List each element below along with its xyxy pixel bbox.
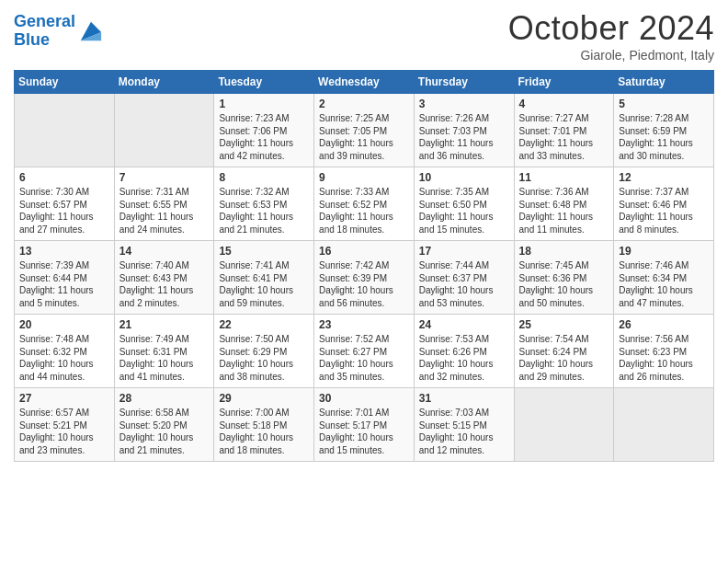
day-number: 21 <box>119 318 210 331</box>
sunset-text: Sunset: 6:59 PM <box>619 125 709 138</box>
sunset-text: Sunset: 7:03 PM <box>419 125 509 138</box>
calendar-cell: 29 Sunrise: 7:00 AM Sunset: 5:18 PM Dayl… <box>214 388 314 462</box>
day-number: 2 <box>319 98 409 110</box>
daylight-text: Daylight: 10 hours and 41 minutes. <box>119 358 210 383</box>
sunrise-text: Sunrise: 6:57 AM <box>19 407 109 419</box>
sunrise-text: Sunrise: 7:52 AM <box>319 333 409 346</box>
calendar-cell: 1 Sunrise: 7:23 AM Sunset: 7:06 PM Dayli… <box>214 94 314 167</box>
daylight-text: Daylight: 11 hours and 5 minutes. <box>19 284 109 309</box>
sunrise-text: Sunrise: 7:46 AM <box>619 259 709 272</box>
sunrise-text: Sunrise: 7:32 AM <box>219 186 309 199</box>
daylight-text: Daylight: 11 hours and 36 minutes. <box>419 137 509 162</box>
calendar-cell: 26 Sunrise: 7:56 AM Sunset: 6:23 PM Dayl… <box>614 315 714 388</box>
sunrise-text: Sunrise: 7:49 AM <box>119 333 210 346</box>
daylight-text: Daylight: 11 hours and 15 minutes. <box>419 211 509 236</box>
daylight-text: Daylight: 10 hours and 47 minutes. <box>619 284 709 309</box>
calendar-cell: 17 Sunrise: 7:44 AM Sunset: 6:37 PM Dayl… <box>414 241 514 315</box>
day-number: 17 <box>419 245 509 258</box>
sunrise-text: Sunrise: 7:33 AM <box>319 186 409 199</box>
day-number: 22 <box>219 318 309 331</box>
calendar-cell: 31 Sunrise: 7:03 AM Sunset: 5:15 PM Dayl… <box>414 388 514 462</box>
day-number: 11 <box>519 171 609 184</box>
col-header-saturday: Saturday <box>614 71 714 94</box>
title-area: October 2024 Giarole, Piedmont, Italy <box>508 9 714 63</box>
daylight-text: Daylight: 10 hours and 38 minutes. <box>219 358 309 383</box>
calendar-cell: 3 Sunrise: 7:26 AM Sunset: 7:03 PM Dayli… <box>414 94 514 167</box>
sunrise-text: Sunrise: 7:45 AM <box>519 259 609 272</box>
calendar-cell <box>15 94 115 167</box>
daylight-text: Daylight: 11 hours and 18 minutes. <box>319 211 409 236</box>
sunset-text: Sunset: 5:21 PM <box>19 419 109 432</box>
sunset-text: Sunset: 5:15 PM <box>419 419 509 432</box>
calendar-cell: 10 Sunrise: 7:35 AM Sunset: 6:50 PM Dayl… <box>414 167 514 241</box>
day-number: 26 <box>619 318 709 331</box>
sunset-text: Sunset: 6:57 PM <box>19 199 109 212</box>
sunset-text: Sunset: 6:39 PM <box>319 272 409 285</box>
sunset-text: Sunset: 6:29 PM <box>219 346 309 359</box>
calendar-cell: 12 Sunrise: 7:37 AM Sunset: 6:46 PM Dayl… <box>614 167 714 241</box>
sunset-text: Sunset: 6:43 PM <box>119 272 210 285</box>
daylight-text: Daylight: 11 hours and 8 minutes. <box>619 211 709 236</box>
daylight-text: Daylight: 10 hours and 26 minutes. <box>619 358 709 383</box>
daylight-text: Daylight: 10 hours and 18 minutes. <box>219 431 309 456</box>
sunrise-text: Sunrise: 7:39 AM <box>19 259 109 272</box>
sunrise-text: Sunrise: 7:31 AM <box>119 186 210 199</box>
sunset-text: Sunset: 6:52 PM <box>319 199 409 212</box>
daylight-text: Daylight: 11 hours and 24 minutes. <box>119 211 210 236</box>
calendar-cell: 9 Sunrise: 7:33 AM Sunset: 6:52 PM Dayli… <box>314 167 415 241</box>
sunset-text: Sunset: 6:32 PM <box>19 346 109 359</box>
sunrise-text: Sunrise: 7:03 AM <box>419 407 509 419</box>
day-number: 15 <box>219 245 309 258</box>
sunset-text: Sunset: 6:53 PM <box>219 199 309 212</box>
sunrise-text: Sunrise: 7:23 AM <box>219 112 309 125</box>
day-number: 31 <box>419 392 509 405</box>
sunset-text: Sunset: 6:24 PM <box>519 346 609 359</box>
calendar-cell: 15 Sunrise: 7:41 AM Sunset: 6:41 PM Dayl… <box>214 241 314 315</box>
day-number: 16 <box>319 245 409 258</box>
day-number: 18 <box>519 245 609 258</box>
daylight-text: Daylight: 10 hours and 44 minutes. <box>19 358 109 383</box>
sunset-text: Sunset: 5:18 PM <box>219 419 309 432</box>
sunrise-text: Sunrise: 7:28 AM <box>619 112 709 125</box>
sunset-text: Sunset: 6:23 PM <box>619 346 709 359</box>
daylight-text: Daylight: 10 hours and 53 minutes. <box>419 284 509 309</box>
location-subtitle: Giarole, Piedmont, Italy <box>508 48 714 63</box>
day-number: 10 <box>419 171 509 184</box>
daylight-text: Daylight: 10 hours and 32 minutes. <box>419 358 509 383</box>
calendar-cell: 8 Sunrise: 7:32 AM Sunset: 6:53 PM Dayli… <box>214 167 314 241</box>
calendar-cell: 30 Sunrise: 7:01 AM Sunset: 5:17 PM Dayl… <box>314 388 415 462</box>
day-number: 20 <box>19 318 109 331</box>
calendar-cell: 25 Sunrise: 7:54 AM Sunset: 6:24 PM Dayl… <box>514 315 614 388</box>
sunrise-text: Sunrise: 7:01 AM <box>319 407 409 419</box>
sunset-text: Sunset: 6:37 PM <box>419 272 509 285</box>
sunrise-text: Sunrise: 7:54 AM <box>519 333 609 346</box>
col-header-wednesday: Wednesday <box>314 71 415 94</box>
daylight-text: Daylight: 11 hours and 27 minutes. <box>19 211 109 236</box>
month-title: October 2024 <box>508 9 714 48</box>
sunset-text: Sunset: 6:31 PM <box>119 346 210 359</box>
sunset-text: Sunset: 7:01 PM <box>519 125 609 138</box>
sunset-text: Sunset: 6:34 PM <box>619 272 709 285</box>
calendar-cell: 14 Sunrise: 7:40 AM Sunset: 6:43 PM Dayl… <box>114 241 214 315</box>
sunrise-text: Sunrise: 7:26 AM <box>419 112 509 125</box>
sunrise-text: Sunrise: 7:50 AM <box>219 333 309 346</box>
day-number: 4 <box>519 98 609 110</box>
daylight-text: Daylight: 10 hours and 35 minutes. <box>319 358 409 383</box>
calendar-table: SundayMondayTuesdayWednesdayThursdayFrid… <box>14 70 714 462</box>
sunrise-text: Sunrise: 7:44 AM <box>419 259 509 272</box>
day-number: 27 <box>19 392 109 405</box>
col-header-friday: Friday <box>514 71 614 94</box>
sunrise-text: Sunrise: 7:41 AM <box>219 259 309 272</box>
daylight-text: Daylight: 10 hours and 15 minutes. <box>319 431 409 456</box>
sunset-text: Sunset: 7:05 PM <box>319 125 409 138</box>
sunset-text: Sunset: 6:50 PM <box>419 199 509 212</box>
daylight-text: Daylight: 11 hours and 30 minutes. <box>619 137 709 162</box>
logo-icon <box>77 18 103 44</box>
sunset-text: Sunset: 5:20 PM <box>119 419 210 432</box>
sunrise-text: Sunrise: 7:48 AM <box>19 333 109 346</box>
daylight-text: Daylight: 10 hours and 21 minutes. <box>119 431 210 456</box>
logo-text: General Blue <box>14 13 75 50</box>
calendar-cell: 4 Sunrise: 7:27 AM Sunset: 7:01 PM Dayli… <box>514 94 614 167</box>
sunrise-text: Sunrise: 7:27 AM <box>519 112 609 125</box>
daylight-text: Daylight: 10 hours and 23 minutes. <box>19 431 109 456</box>
